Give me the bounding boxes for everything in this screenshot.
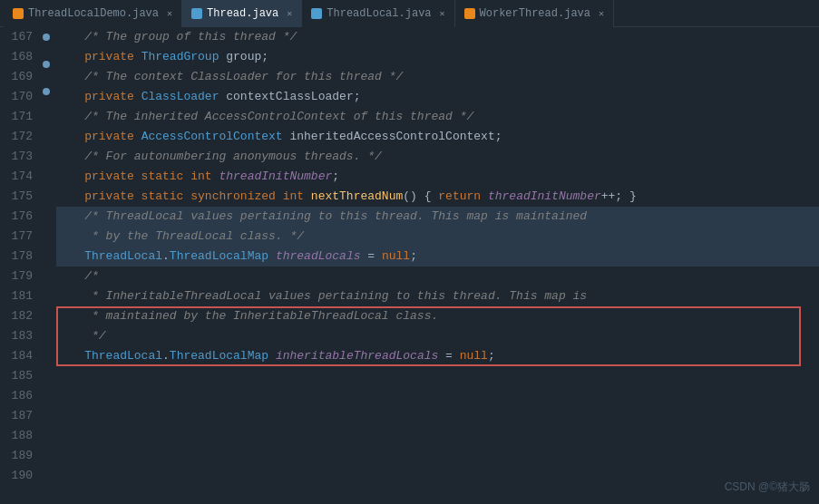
tab-icon-threadlocaldemo xyxy=(13,8,24,19)
line-num-185: 185 xyxy=(0,366,33,386)
tab-icon-thread xyxy=(191,8,202,19)
line-num-187: 187 xyxy=(0,406,33,426)
line-num-189: 189 xyxy=(0,446,33,466)
code-line-186: /* xyxy=(56,267,819,286)
line-num-186: 186 xyxy=(0,386,33,406)
svg-point-2 xyxy=(43,88,50,95)
code-line-183: * by the ThreadLocal class. */ xyxy=(56,227,819,247)
line-num-177: 177 xyxy=(0,227,33,247)
tab-close-threadlocaldemo[interactable]: ✕ xyxy=(167,8,172,19)
tab-threadlocaldemo[interactable]: ThreadLocalDemo.java✕ xyxy=(4,0,182,27)
code-line-171: private ClassLoader contextClassLoader; xyxy=(56,87,819,107)
line-num-169: 169 xyxy=(0,67,33,87)
line-num-183: 183 xyxy=(0,326,33,346)
code-line-167: /* The group of this thread */ xyxy=(56,27,819,47)
line-num-172: 172 xyxy=(0,127,33,147)
code-line-170: /* The context ClassLoader for this thre… xyxy=(56,67,819,87)
tab-icon-workerthread xyxy=(464,8,475,19)
line-num-170: 170 xyxy=(0,87,33,107)
tab-close-workerthread[interactable]: ✕ xyxy=(599,8,604,19)
code-line-174: private AccessControlContext inheritedAc… xyxy=(56,127,819,147)
watermark: CSDN @©猪大肠 xyxy=(725,480,810,495)
line-num-184: 184 xyxy=(0,346,33,366)
gutter-col xyxy=(38,27,54,504)
line-numbers-col: 1671681691701711721731741751761771781791… xyxy=(0,27,38,504)
tab-label-threadlocaldemo: ThreadLocalDemo.java xyxy=(28,7,159,20)
tab-threadlocal[interactable]: ThreadLocal.java✕ xyxy=(302,0,454,27)
app-window: ThreadLocalDemo.java✕Thread.java✕ThreadL… xyxy=(0,0,819,504)
tab-close-thread[interactable]: ✕ xyxy=(287,8,292,19)
line-num-174: 174 xyxy=(0,167,33,187)
line-num-178: 178 xyxy=(0,247,33,267)
code-line-189: */ xyxy=(56,326,819,346)
editor: 1671681691701711721731741751761771781791… xyxy=(0,27,819,504)
line-num-176: 176 xyxy=(0,207,33,227)
line-num-190: 190 xyxy=(0,466,33,486)
line-num-182: 182 xyxy=(0,306,33,326)
code-wrapper: /* The group of this thread */ private T… xyxy=(56,27,819,366)
tab-label-threadlocal: ThreadLocal.java xyxy=(327,7,431,20)
svg-point-0 xyxy=(43,34,50,41)
gutter-186 xyxy=(38,82,54,109)
svg-point-1 xyxy=(43,61,50,68)
line-num-168: 168 xyxy=(0,47,33,67)
gutter-182 xyxy=(38,27,54,54)
line-num-175: 175 xyxy=(0,187,33,207)
line-num-179: 179 xyxy=(0,267,33,286)
code-line-190: ThreadLocal.ThreadLocalMap inheritableTh… xyxy=(56,346,819,366)
tab-bar: ThreadLocalDemo.java✕Thread.java✕ThreadL… xyxy=(0,0,819,27)
tab-label-workerthread: WorkerThread.java xyxy=(480,7,590,20)
line-num-167: 167 xyxy=(0,27,33,47)
gutter-183 xyxy=(38,54,54,82)
code-line-177: private static int threadInitNumber; xyxy=(56,167,819,187)
code-line-188: * maintained by the InheritableThreadLoc… xyxy=(56,306,819,326)
code-col: /* The group of this thread */ private T… xyxy=(54,27,819,504)
code-line-173: /* The inherited AccessControlContext of… xyxy=(56,107,819,127)
tab-close-threadlocal[interactable]: ✕ xyxy=(440,8,445,19)
line-num-173: 173 xyxy=(0,147,33,167)
line-num-181: 181 xyxy=(0,286,33,306)
tab-label-thread: Thread.java xyxy=(207,7,278,20)
tab-icon-threadlocal xyxy=(311,8,322,19)
tab-workerthread[interactable]: WorkerThread.java✕ xyxy=(455,0,614,27)
code-line-176: /* For autonumbering anonymous threads. … xyxy=(56,147,819,167)
code-line-178: private static synchronized int nextThre… xyxy=(56,187,819,207)
code-line-187: * InheritableThreadLocal values pertaini… xyxy=(56,286,819,306)
code-line-182: /* ThreadLocal values pertaining to this… xyxy=(56,207,819,227)
line-num-188: 188 xyxy=(0,426,33,446)
code-line-168: private ThreadGroup group; xyxy=(56,47,819,67)
code-line-184: ThreadLocal.ThreadLocalMap threadLocals … xyxy=(56,247,819,267)
line-num-171: 171 xyxy=(0,107,33,127)
tab-thread[interactable]: Thread.java✕ xyxy=(182,0,302,27)
